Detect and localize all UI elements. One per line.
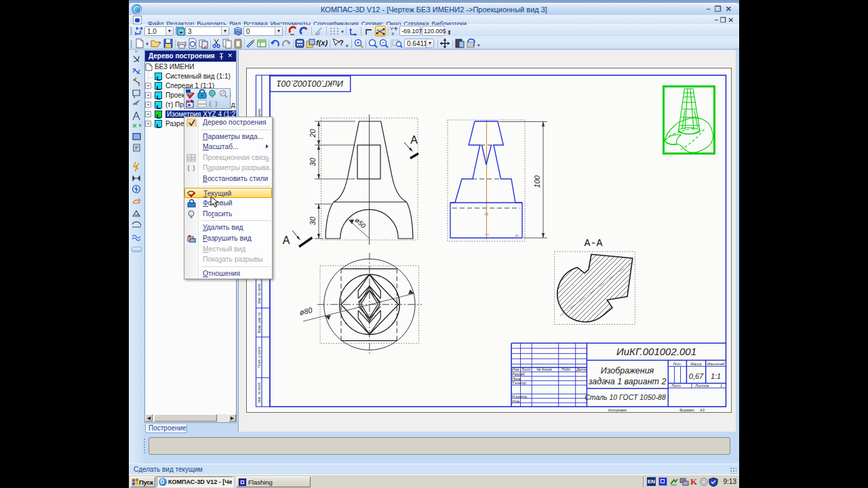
svg-text:Т.контр.: Т.контр. — [512, 381, 527, 385]
svg-text:Пров.: Пров. — [512, 377, 522, 381]
svg-text:А-А: А-А — [584, 238, 602, 249]
svg-text:30: 30 — [309, 216, 317, 225]
svg-text:Масштаб: Масштаб — [707, 362, 726, 366]
svg-text:20: 20 — [309, 129, 317, 138]
svg-text:Листов: Листов — [694, 384, 709, 388]
svg-text:Лист: Лист — [671, 384, 682, 388]
svg-text:Утв.: Утв. — [511, 399, 521, 403]
svg-text:30: 30 — [309, 157, 317, 166]
svg-text:Лит.: Лит. — [672, 362, 682, 366]
svg-text:А: А — [283, 235, 290, 246]
svg-text:100: 100 — [533, 175, 541, 188]
svg-text:Подп. и дата: Подп. и дата — [257, 346, 261, 368]
svg-text:Сталь 10 ГОСТ 1050-88: Сталь 10 ГОСТ 1050-88 — [585, 393, 666, 401]
svg-text:1: 1 — [720, 384, 722, 388]
svg-text:Подп.: Подп. — [561, 367, 572, 371]
svg-text:Копировал: Копировал — [608, 408, 627, 412]
svg-text:Лист: Лист — [521, 367, 532, 371]
svg-text:ИиКГ.001002.001: ИиКГ.001002.001 — [616, 346, 696, 357]
svg-text:Изображения: Изображения — [601, 366, 654, 375]
svg-text:№ докум.: № докум. — [536, 367, 553, 371]
svg-text:ø80: ø80 — [298, 306, 313, 317]
svg-text:ø50: ø50 — [353, 216, 367, 230]
svg-text:Инв. № дубл.: Инв. № дубл. — [257, 283, 261, 304]
svg-text:Инв. № подл.: Инв. № подл. — [257, 382, 261, 403]
svg-text:Разраб.: Разраб. — [512, 372, 526, 376]
svg-text:А: А — [410, 134, 418, 146]
svg-text:Взам. инв. №: Взам. инв. № — [257, 312, 261, 333]
svg-text:1:1: 1:1 — [711, 372, 721, 380]
svg-text:Дата: Дата — [576, 367, 587, 371]
svg-text:Изм: Изм — [512, 367, 519, 371]
svg-text:Формат: Формат — [679, 408, 694, 412]
svg-text:0,67: 0,67 — [689, 372, 704, 380]
svg-text:задача 1 вариант 2: задача 1 вариант 2 — [588, 377, 667, 386]
svg-text:Н.контр.: Н.контр. — [512, 394, 528, 399]
svg-text:ИиКГ.001002.001: ИиКГ.001002.001 — [277, 79, 343, 88]
svg-text:Масса: Масса — [690, 362, 701, 366]
svg-text:А3: А3 — [699, 408, 705, 412]
